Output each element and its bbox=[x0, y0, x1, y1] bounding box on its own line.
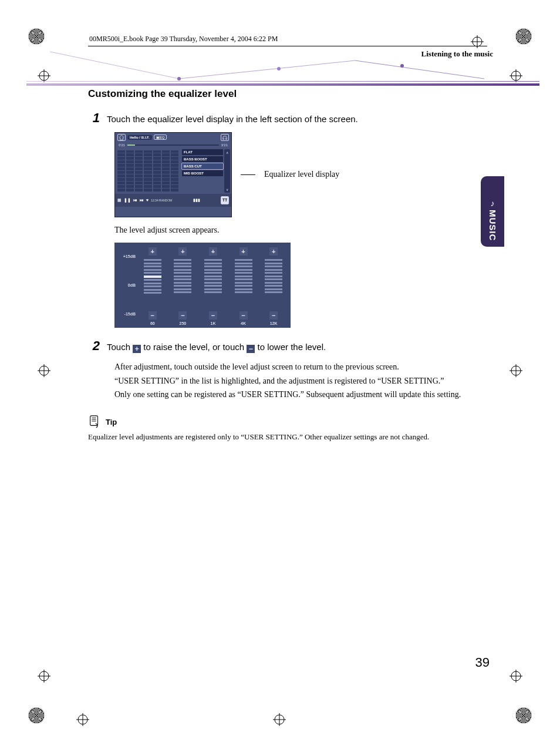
step-lead-part: Touch bbox=[107, 342, 133, 352]
y-label: +15dB bbox=[118, 254, 136, 258]
eq-band: + − 12K bbox=[260, 247, 287, 325]
minus-button: − bbox=[178, 311, 187, 320]
minus-button: − bbox=[269, 311, 278, 320]
step: 1 Touch the equalizer level display in t… bbox=[88, 110, 499, 126]
status-text: 12:34 RANDOM bbox=[151, 199, 172, 202]
eq-preset: FLAT bbox=[182, 149, 223, 155]
step-lead-part: to lower the level. bbox=[255, 342, 326, 352]
eq-button: ▣EQ bbox=[154, 135, 167, 140]
plus-button: + bbox=[178, 247, 187, 256]
breadcrumb: Listening to the music bbox=[88, 49, 499, 59]
eq-preset-list: FLAT BASS BOOST BASS CUT MID BOOST bbox=[181, 148, 224, 194]
prev-icon: ⏮ bbox=[133, 198, 137, 202]
progress-bar bbox=[127, 145, 219, 146]
plus-button: + bbox=[239, 247, 248, 256]
time-elapsed: 0'21 bbox=[119, 143, 125, 147]
step-number: 2 bbox=[88, 338, 100, 354]
pause-icon: ❚❚ bbox=[124, 198, 131, 203]
step-sub: Only one setting can be registered as “U… bbox=[114, 388, 499, 402]
plus-button: + bbox=[209, 247, 217, 256]
tip-icon bbox=[88, 415, 101, 429]
plus-icon: + bbox=[133, 345, 141, 353]
reg-mark bbox=[38, 670, 50, 683]
reg-circle bbox=[515, 707, 532, 724]
step-sub: After adjustment, touch outside the leve… bbox=[114, 360, 499, 374]
tip-text: Equalizer level adjustments are register… bbox=[88, 432, 499, 442]
step-lead-part: to raise the level, or touch bbox=[141, 342, 247, 352]
headphone-icon bbox=[221, 134, 229, 141]
home-icon bbox=[117, 134, 126, 141]
eq-band: + − 4K bbox=[230, 247, 257, 325]
heart-icon: ♥ bbox=[146, 198, 149, 202]
scrollbar: ∧∨ bbox=[224, 149, 230, 193]
band-freq: 60 bbox=[150, 321, 155, 325]
section-title: Customizing the equalizer level bbox=[88, 88, 499, 100]
band-freq: 4K bbox=[241, 321, 246, 325]
callout-label: Equalizer level display bbox=[264, 170, 339, 179]
reg-circle bbox=[28, 28, 45, 45]
minus-button: − bbox=[149, 311, 157, 320]
reg-circle bbox=[515, 28, 532, 45]
reg-mark bbox=[76, 713, 89, 726]
reg-mark bbox=[38, 69, 50, 82]
plus-button: + bbox=[149, 247, 157, 256]
eq-band: + − 1K bbox=[200, 247, 227, 325]
eq-band: + − 250 bbox=[170, 247, 197, 325]
band-freq: 250 bbox=[180, 321, 187, 325]
level-adjust-screenshot: +15dB 0dB -15dB + − 60 + − 250 + − 1K + … bbox=[114, 243, 291, 328]
minus-button: − bbox=[239, 311, 248, 320]
page-number: 39 bbox=[475, 655, 490, 670]
track-title: Hello / B.I.F. bbox=[127, 135, 152, 140]
step-sub: “USER SETTING” in the list is highlighte… bbox=[114, 374, 499, 388]
spectrum-display bbox=[115, 148, 181, 194]
y-label: -15dB bbox=[118, 312, 136, 316]
tip-label: Tip bbox=[106, 418, 117, 426]
step: 2 Touch + to raise the level, or touch −… bbox=[88, 338, 499, 354]
step-number: 1 bbox=[88, 110, 100, 126]
eq-screenshot: Hello / B.I.F. ▣EQ 0'21 3'21 bbox=[114, 132, 232, 217]
minus-button: − bbox=[209, 311, 217, 320]
callout-line bbox=[241, 174, 255, 175]
eq-preset-selected: BASS CUT bbox=[182, 163, 223, 169]
document-path: 00MR500i_E.book Page 39 Thursday, Novemb… bbox=[88, 32, 487, 46]
step-lead: Touch the equalizer level display in the… bbox=[107, 114, 358, 124]
next-icon: ⏭ bbox=[140, 198, 144, 202]
y-label: 0dB bbox=[118, 283, 136, 287]
plus-button: + bbox=[269, 247, 278, 256]
time-total: 3'21 bbox=[221, 143, 228, 147]
reg-mark bbox=[38, 364, 50, 377]
reg-circle bbox=[28, 707, 45, 724]
reg-mark bbox=[510, 670, 522, 683]
step-followup: The level adjust screen appears. bbox=[114, 223, 499, 237]
tt-tag: TT bbox=[221, 196, 229, 204]
vol-icon: ▮▮▮ bbox=[193, 198, 200, 203]
minus-icon: − bbox=[247, 345, 255, 353]
eq-preset: BASS BOOST bbox=[182, 156, 223, 162]
reg-mark bbox=[510, 364, 522, 377]
eq-band: + − 60 bbox=[139, 247, 166, 325]
player-icon: ▦ bbox=[117, 198, 122, 203]
band-freq: 12K bbox=[270, 321, 278, 325]
reg-mark bbox=[510, 69, 522, 82]
reg-mark bbox=[273, 713, 286, 726]
band-freq: 1K bbox=[211, 321, 216, 325]
eq-preset: MID BOOST bbox=[182, 170, 223, 176]
